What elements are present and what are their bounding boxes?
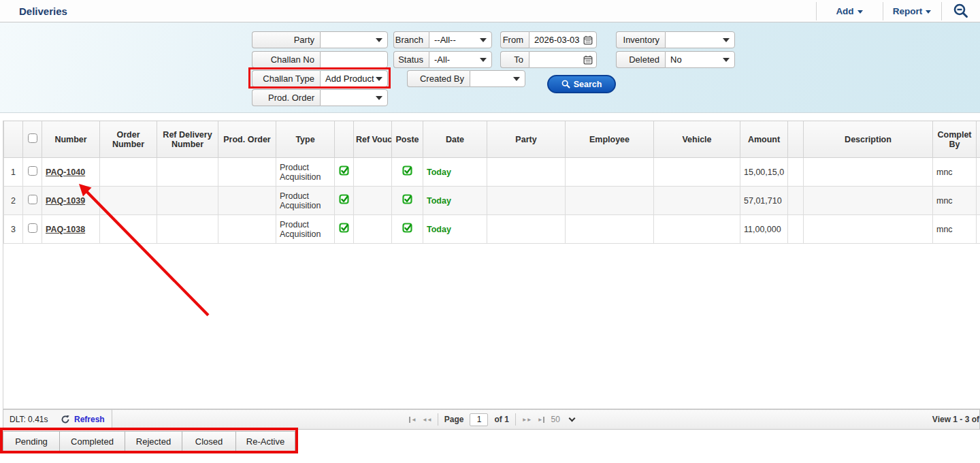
branch-select[interactable]: --All-- <box>429 31 492 48</box>
prod-order-cell <box>218 187 276 215</box>
refresh-label: Refresh <box>74 415 105 424</box>
description-cell <box>804 187 933 215</box>
col-blank <box>788 121 804 158</box>
table-row[interactable]: 1 PAQ-1040 Product Acquisition <box>4 158 980 187</box>
order-number-cell <box>100 158 157 187</box>
created-by-select[interactable] <box>470 70 525 87</box>
page-size-select[interactable]: 50 <box>551 415 574 424</box>
calendar-icon[interactable] <box>583 35 593 45</box>
branch-value: --All-- <box>434 35 456 45</box>
row-index: 3 <box>4 215 23 244</box>
challan-type-filter: Challan Type Add Product <box>252 70 388 87</box>
col-date[interactable]: Date <box>423 121 487 158</box>
col-completed-by[interactable]: Complet By <box>933 121 977 158</box>
col-prod-order[interactable]: Prod. Order <box>218 121 276 158</box>
tab-re-active[interactable]: Re-Active <box>235 431 295 451</box>
col-vehicle[interactable]: Vehicle <box>654 121 740 158</box>
pager-divider <box>515 413 516 426</box>
pagination-controls: ◄ ◄◄ Page 1 of 1 ►► ► 50 <box>408 410 574 429</box>
order-number-cell <box>100 215 157 244</box>
description-cell <box>804 158 933 187</box>
to-date-input[interactable] <box>529 51 597 68</box>
prev-page-button[interactable]: ◄◄ <box>422 417 431 423</box>
branch-label: Branch <box>393 31 429 48</box>
challan-type-label: Challan Type <box>252 70 320 87</box>
party-cell <box>487 187 566 215</box>
add-menu-button[interactable]: Add <box>816 0 883 22</box>
party-select[interactable] <box>320 31 388 48</box>
tab-pending[interactable]: Pending <box>3 431 60 451</box>
col-ref-delivery-number[interactable]: Ref Delivery Number <box>157 121 218 158</box>
calendar-icon[interactable] <box>583 55 593 65</box>
col-rownum <box>4 121 23 158</box>
row-checkbox[interactable] <box>28 166 37 176</box>
tab-closed[interactable]: Closed <box>182 431 236 451</box>
refresh-button[interactable]: Refresh <box>54 410 112 429</box>
page-number-input[interactable]: 1 <box>470 413 488 426</box>
checked-flag-icon <box>402 223 413 234</box>
date-value: Today <box>427 167 451 177</box>
completed-by-cell: mnc <box>933 187 977 215</box>
challan-no-label: Challan No <box>252 51 320 68</box>
deliveries-grid: Number Order Number Ref Delivery Number … <box>3 121 980 409</box>
status-select[interactable]: -All- <box>429 51 492 68</box>
tab-completed[interactable]: Completed <box>59 431 125 451</box>
page-of-label: of 1 <box>494 415 508 424</box>
first-page-button[interactable]: ◄ <box>408 417 416 423</box>
to-label: To <box>500 51 529 68</box>
last-page-button[interactable]: ► <box>538 417 545 423</box>
tab-rejected[interactable]: Rejected <box>125 431 182 451</box>
delivery-number-link[interactable]: PAQ-1039 <box>46 196 85 206</box>
report-menu-button[interactable]: Report <box>883 0 941 22</box>
col-employee[interactable]: Employee <box>566 121 654 158</box>
table-row[interactable]: 3 PAQ-1038 Product Acquisition <box>4 215 980 244</box>
blank-cell <box>788 187 804 215</box>
deleted-select[interactable]: No <box>665 51 735 68</box>
row-checkbox[interactable] <box>28 195 37 204</box>
filter-panel: Party Challan No Challan Type Add Produc… <box>0 22 980 113</box>
challan-no-input[interactable] <box>320 51 388 68</box>
ref-delivery-cell <box>157 158 218 187</box>
prod-order-select[interactable] <box>320 89 388 106</box>
col-order-number[interactable]: Order Number <box>100 121 157 158</box>
chevron-down-icon <box>569 415 576 421</box>
col-amount[interactable]: Amount <box>740 121 788 158</box>
posted-cell <box>392 187 423 215</box>
next-page-button[interactable]: ►► <box>522 417 532 423</box>
view-range-info: View 1 - 3 of 3 <box>932 415 980 424</box>
col-type[interactable]: Type <box>276 121 335 158</box>
row-checkbox[interactable] <box>28 223 37 233</box>
col-description[interactable]: Description <box>804 121 933 158</box>
deliveries-page: Deliveries Add Report Party <box>0 0 980 463</box>
search-button[interactable]: Search <box>547 75 616 93</box>
created-by-cell: mnc <box>977 187 980 215</box>
from-date-input[interactable]: 2026-03-03 <box>529 31 597 48</box>
toggle-search-button[interactable] <box>941 0 980 22</box>
flag-cell <box>335 187 354 215</box>
col-posted[interactable]: Poste <box>392 121 423 158</box>
delivery-number-link[interactable]: PAQ-1038 <box>46 225 85 234</box>
row-index: 2 <box>4 187 23 215</box>
challan-type-select[interactable]: Add Product <box>320 70 388 87</box>
inventory-filter: Inventory <box>616 31 735 48</box>
created-by-filter: Created By <box>407 70 525 87</box>
col-ref-voucher[interactable]: Ref Vouche <box>354 121 392 158</box>
select-all-checkbox[interactable] <box>28 133 37 143</box>
flag-cell <box>335 158 354 187</box>
amount-cell: 57,01,710 <box>740 187 788 215</box>
col-number[interactable]: Number <box>42 121 100 158</box>
deleted-label: Deleted <box>616 51 665 68</box>
delivery-number-link[interactable]: PAQ-1040 <box>46 167 85 177</box>
col-party[interactable]: Party <box>487 121 566 158</box>
table-row[interactable]: 2 PAQ-1039 Product Acquisition <box>4 187 980 215</box>
ref-delivery-cell <box>157 215 218 244</box>
date-value: Today <box>427 196 451 206</box>
inventory-select[interactable] <box>665 31 735 48</box>
vehicle-cell <box>654 215 740 244</box>
prod-order-cell <box>218 215 276 244</box>
col-clipped <box>977 121 980 158</box>
chevron-down-icon <box>926 10 931 14</box>
checked-flag-icon <box>339 194 350 205</box>
status-label: Status <box>393 51 429 68</box>
challan-no-filter: Challan No <box>252 51 388 68</box>
